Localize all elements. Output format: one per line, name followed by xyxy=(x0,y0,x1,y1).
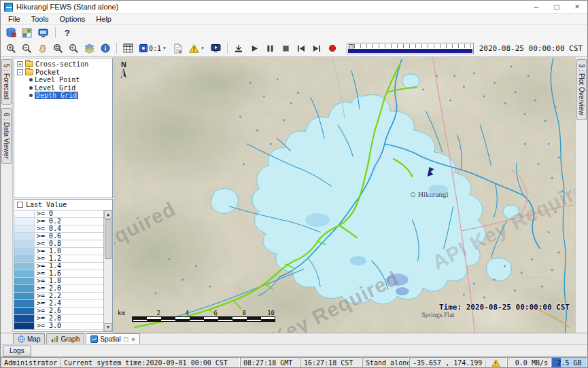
tab-graph[interactable]: Graph xyxy=(46,333,84,344)
zoom-previous-button[interactable] xyxy=(67,41,81,56)
last-value-label: Last Value xyxy=(26,201,67,208)
layers-icon xyxy=(84,43,94,54)
menu-file[interactable]: File xyxy=(3,14,26,24)
menu-help[interactable]: Help xyxy=(90,14,117,24)
map-viewport[interactable]: N API Key Required API Key Required API … xyxy=(114,57,575,333)
scrollbar-thumb[interactable] xyxy=(105,219,111,259)
play-icon xyxy=(251,45,258,52)
minimize-button[interactable]: – xyxy=(526,1,547,13)
bottom-tab-bar: Map Graph Spatial □ × xyxy=(1,333,587,344)
pan-button[interactable] xyxy=(35,41,50,56)
status-system-time: Current system time:2020-09-01 00:00 CST xyxy=(60,357,240,368)
tab-forecast[interactable]: 5 : Forecast xyxy=(1,59,12,105)
help-button[interactable]: ? xyxy=(60,26,74,40)
stop-button[interactable] xyxy=(279,41,293,56)
display-groups-icon xyxy=(38,28,48,38)
legend-label: >= 0.8 xyxy=(35,240,103,247)
tree-item-level-grid[interactable]: Level Grid xyxy=(14,84,112,92)
warning-icon xyxy=(189,44,199,53)
current-time-label: 2020-08-25 00:00:00 CST xyxy=(479,44,584,53)
scroll-up-icon[interactable]: ▲ xyxy=(104,210,112,219)
close-button[interactable]: × xyxy=(567,1,587,13)
legend-swatch xyxy=(14,210,35,217)
info-icon xyxy=(101,43,110,53)
legend-swatch xyxy=(14,225,35,232)
legend-scrollbar[interactable]: ▲ ▼ xyxy=(103,210,112,331)
legend-swatch xyxy=(14,248,35,255)
window-title: Hikurangi FEWS (Stand alone) xyxy=(16,3,118,11)
step-forward-button[interactable] xyxy=(310,41,324,56)
legend-swatch xyxy=(14,255,35,262)
node-bullet-icon xyxy=(29,94,33,97)
zoom-out-button[interactable] xyxy=(20,41,34,56)
legend-label: >= 3.0 xyxy=(35,323,103,329)
expand-toggle-icon[interactable]: + xyxy=(17,61,23,67)
legend-swatch xyxy=(14,240,35,247)
warning-dropdown[interactable]: ▼ xyxy=(186,43,207,54)
info-button[interactable] xyxy=(98,41,112,56)
tree-item-depth-grid[interactable]: Depth Grid xyxy=(14,92,112,100)
menu-tools[interactable]: Tools xyxy=(26,14,54,24)
collapse-toggle-icon[interactable]: - xyxy=(17,69,23,75)
status-coordinates: -35.657 , 174.199 xyxy=(409,357,485,368)
zoom-box-button[interactable] xyxy=(51,41,65,56)
scrollbar-track[interactable] xyxy=(104,259,112,323)
chevron-down-icon: ▼ xyxy=(201,46,205,50)
report-button[interactable] xyxy=(171,41,185,56)
toolbar-separator xyxy=(227,43,228,54)
animation-icon xyxy=(211,43,221,53)
tab-close-icon[interactable]: × xyxy=(131,336,135,343)
legend-label: >= 0.2 xyxy=(35,218,103,225)
map-time-label: Time: 2020-08-25 00:00:00 CST xyxy=(439,303,570,312)
legend-swatch xyxy=(14,315,35,322)
pause-button[interactable] xyxy=(263,41,277,56)
scroll-down-icon[interactable]: ▼ xyxy=(104,323,112,331)
tab-map[interactable]: Map xyxy=(13,333,45,344)
legend-swatch xyxy=(14,270,35,277)
last-value-checkbox[interactable] xyxy=(17,202,23,208)
menu-options[interactable]: Options xyxy=(54,14,90,24)
tab-restore-icon[interactable]: □ xyxy=(124,336,128,343)
tab-spatial[interactable]: Spatial □ × xyxy=(86,333,139,344)
step-back-button[interactable] xyxy=(294,41,309,56)
legend-label: >= 1.6 xyxy=(35,270,103,277)
timestep-dropdown[interactable]: 0:1 ▼ xyxy=(137,43,169,54)
tab-plot-overview[interactable]: 3 : Plot Overview xyxy=(576,59,587,120)
maximize-button[interactable]: □ xyxy=(547,1,567,13)
play-button[interactable] xyxy=(247,41,262,56)
layers-button[interactable] xyxy=(82,41,97,56)
forecast-manager-button[interactable] xyxy=(20,26,34,40)
tree-item-label: Level Point xyxy=(35,76,80,84)
time-slider[interactable] xyxy=(347,43,474,54)
town-marker-icon xyxy=(411,192,415,197)
tree-item-label: Depth Grid xyxy=(35,92,78,99)
status-gmt-time: 08:27:18 GMT xyxy=(240,357,300,368)
scale-unit-label: km xyxy=(118,310,132,316)
display-groups-button[interactable] xyxy=(36,26,50,40)
tree-item-pocket[interactable]: - Pocket xyxy=(14,69,112,77)
grid-display-button[interactable] xyxy=(121,41,135,56)
tree-item-level-point[interactable]: Level Point xyxy=(14,76,112,84)
tab-data-viewer[interactable]: 6 : Data Viewer xyxy=(1,108,12,164)
status-local-time: 16:27:18 CST xyxy=(300,357,362,368)
database-button[interactable] xyxy=(3,26,18,40)
tree-item-label: Cross-section xyxy=(35,60,88,68)
document-icon xyxy=(173,43,182,54)
town-label-hikurangi: Hikurangi xyxy=(411,190,449,198)
legend-header: Last Value xyxy=(14,200,112,210)
animation-display-button[interactable] xyxy=(209,41,223,56)
legend-label: >= 2.2 xyxy=(35,293,103,299)
legend-panel: Last Value >= 0 >= 0.2 >= 0.4 >= 0.6 >= … xyxy=(14,199,113,332)
legend-label: >= 0.4 xyxy=(35,225,103,232)
export-button[interactable] xyxy=(232,41,246,56)
record-button[interactable] xyxy=(326,41,340,56)
window-controls: – □ × xyxy=(526,1,587,13)
legend-label: >= 0 xyxy=(35,210,103,217)
zoom-in-icon xyxy=(6,43,16,54)
logs-button[interactable]: Logs xyxy=(3,346,31,356)
chart-icon xyxy=(51,335,58,343)
zoom-in-button[interactable] xyxy=(4,41,18,56)
status-transfer-rate: 0.0 MB/s xyxy=(507,357,551,368)
globe-icon xyxy=(18,335,25,343)
legend-swatch xyxy=(14,233,35,240)
